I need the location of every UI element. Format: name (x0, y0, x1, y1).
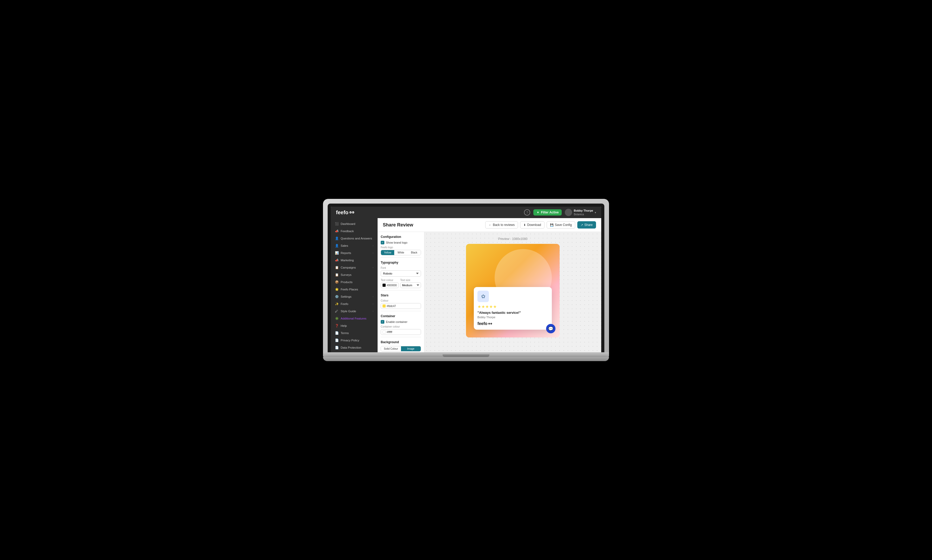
chevron-down-icon: ▾ (595, 211, 596, 214)
download-icon: ⬇ (523, 223, 526, 227)
download-button[interactable]: ⬇ Download (520, 221, 544, 229)
sidebar-item-feefo[interactable]: ✨ Feefo › (331, 300, 378, 308)
container-colour-value: #ffffff (387, 331, 392, 334)
share-icon: ↗ (581, 223, 583, 227)
surveys-icon: 📋 (335, 273, 338, 277)
arrow-icon: › (373, 303, 374, 305)
sidebar-item-terms[interactable]: 📄 Terms (331, 329, 378, 337)
qanda-icon: 👤 (335, 237, 338, 240)
background-section-title: Background (381, 340, 421, 344)
sidebar-item-feedback[interactable]: 📣 Feedback (331, 228, 378, 235)
user-company: Botanica (574, 213, 593, 216)
sidebar-item-label: Dashboard (341, 222, 355, 225)
preview-label: Preview - 1080x1080 (498, 237, 528, 241)
text-colour-input[interactable]: #000000 (381, 282, 399, 288)
logo-color-black[interactable]: Black (408, 250, 421, 255)
laptop-stand (323, 357, 609, 361)
card-eye-right (491, 323, 492, 325)
share-button[interactable]: ↗ Share (577, 221, 596, 229)
text-size-col: Text size Medium Small Large (400, 279, 421, 288)
main-content: ⬛ Dashboard 📣 Feedback 👤 Questions and A… (331, 218, 601, 352)
brand-logo-icon: ✿ (481, 293, 486, 300)
card-logo-eyes (488, 323, 492, 325)
user-avatar (565, 209, 572, 216)
card-author: Bobby Thorpe (477, 315, 548, 319)
bg-type-solid-btn[interactable]: Solid Colour (381, 346, 401, 351)
show-brand-logo-checkbox[interactable]: ✓ (381, 241, 384, 245)
font-select[interactable]: Roboto Arial Georgia (381, 271, 421, 277)
sidebar-item-dashboard[interactable]: ⬛ Dashboard (331, 220, 378, 228)
text-size-select[interactable]: Medium Small Large (400, 282, 421, 288)
sidebar-item-privacy-policy[interactable]: 📄 Privacy Policy (331, 337, 378, 344)
container-colour-input[interactable]: #ffffff (381, 329, 421, 335)
chat-button[interactable]: 💬 (546, 324, 555, 333)
feedback-icon: 📣 (335, 229, 338, 233)
sidebar-item-help[interactable]: ❓ Help (331, 322, 378, 329)
filter-active-button[interactable]: ▼ Filter Active (533, 209, 562, 215)
card-feefo-logo: feefo (477, 322, 548, 326)
sidebar-item-label: Help (341, 324, 347, 327)
sidebar-item-label: Terms (341, 331, 349, 335)
card-quote: "Always fantastic service!" (477, 311, 548, 315)
logo-eyes (349, 211, 354, 214)
enable-container-row: ✓ Enable container (381, 320, 421, 324)
stars-colour-input[interactable]: #fddc47 (381, 303, 421, 309)
sidebar-item-products[interactable]: 📦 Products (331, 278, 378, 286)
review-card: ✿ ★★★★★ "Always fantastic service!" Bobb… (474, 287, 552, 330)
user-menu[interactable]: Bobby Thorpe Botanica ▾ (565, 209, 596, 216)
sidebar-item-label: Style Guide (341, 310, 356, 313)
laptop-hinge (443, 354, 489, 357)
config-panel: Configuration ✓ Show brand logo Feefo lo… (378, 232, 424, 352)
save-config-button[interactable]: 💾 Save Config (547, 221, 575, 229)
checkmark-icon: ✓ (381, 241, 384, 244)
sidebar-item-data-protection[interactable]: 📄 Data Protection (331, 344, 378, 351)
sidebar-item-campaigns[interactable]: 📋 Campaigns › (331, 264, 378, 271)
bg-type-image-btn[interactable]: Image (401, 346, 421, 351)
enable-container-checkbox[interactable]: ✓ (381, 320, 384, 324)
config-divider-2 (381, 290, 421, 291)
stars-colour-label: Colour (381, 299, 421, 302)
help-button[interactable]: ? (524, 209, 530, 215)
data-protection-icon: 📄 (335, 346, 338, 349)
show-brand-logo-label: Show brand logo (386, 241, 408, 244)
logo-color-white[interactable]: White (394, 250, 408, 255)
logo-color-buttons: Yellow White Black (381, 250, 421, 255)
card-eye-left (488, 323, 490, 325)
font-label: Font (381, 266, 421, 269)
sidebar-item-feefo-places[interactable]: ⭐ Feefo Places (331, 286, 378, 293)
logo-eye-right (352, 211, 354, 214)
settings-icon: ⚙️ (335, 295, 338, 298)
text-colour-swatch (383, 284, 386, 287)
sidebar-item-marketing[interactable]: 📣 Marketing (331, 257, 378, 264)
sidebar-item-label: Campaigns (341, 266, 356, 269)
page-body: Configuration ✓ Show brand logo Feefo lo… (378, 232, 601, 352)
typography-section-title: Typography (381, 261, 421, 265)
preview-card-container: ✿ ★★★★★ "Always fantastic service!" Bobb… (466, 244, 560, 337)
sidebar: ⬛ Dashboard 📣 Feedback 👤 Questions and A… (331, 218, 378, 352)
sidebar-item-surveys[interactable]: 📋 Surveys (331, 271, 378, 278)
sidebar-item-label: Settings (341, 295, 352, 298)
sidebar-item-additional-features[interactable]: ✳️ Additional Features (331, 315, 378, 322)
sidebar-item-sales[interactable]: 👤 Sales › (331, 242, 378, 249)
sidebar-item-label: Feedback (341, 229, 354, 233)
text-colour-value: #000000 (387, 284, 397, 287)
products-icon: 📦 (335, 280, 338, 284)
enable-container-label: Enable container (386, 320, 408, 323)
sidebar-item-settings[interactable]: ⚙️ Settings › (331, 293, 378, 300)
sidebar-item-qanda[interactable]: 👤 Questions and Answers (331, 235, 378, 242)
logo-color-yellow[interactable]: Yellow (381, 250, 394, 255)
sidebar-item-style-guide[interactable]: 🖊 Style Guide › (331, 308, 378, 315)
back-to-reviews-button[interactable]: ← Back to reviews (485, 221, 518, 229)
sidebar-item-reports[interactable]: 📊 Reports › (331, 249, 378, 257)
config-section-title: Configuration (381, 235, 421, 238)
stars-section-title: Stars (381, 294, 421, 297)
feefo-logo: feefo (336, 209, 354, 215)
card-stars: ★★★★★ (477, 304, 548, 309)
card-brand-logo: ✿ (477, 291, 489, 302)
container-colour-swatch (383, 331, 386, 334)
save-icon: 💾 (550, 223, 554, 227)
chat-icon: 💬 (548, 326, 554, 331)
laptop-container: feefo ? ▼ Filter (323, 199, 609, 361)
sidebar-item-label: Reports (341, 251, 351, 254)
container-colour-label: Container colour (381, 325, 421, 328)
